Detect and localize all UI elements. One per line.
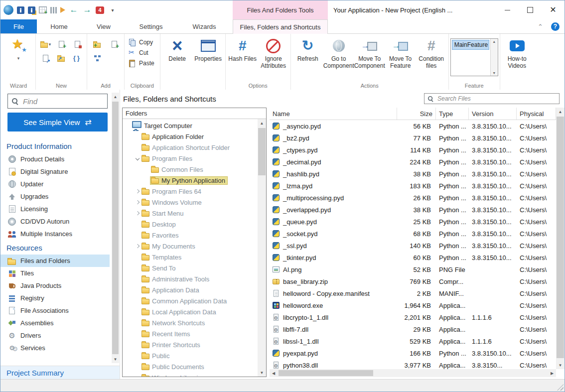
sidebar-item-java-products[interactable]: Java Products bbox=[0, 279, 110, 292]
collapse-ribbon-icon[interactable] bbox=[538, 23, 543, 30]
close-button[interactable]: ✕ bbox=[542, 0, 565, 19]
file-row-tkinter-pyd[interactable]: _tkinter.pyd60 KBPython ...3.8.3150.10..… bbox=[270, 252, 556, 263]
column-header-name[interactable]: Name bbox=[270, 108, 397, 120]
sidebar-item-registry[interactable]: Registry bbox=[0, 292, 110, 304]
file-row-helloword-exe[interactable]: helloword.exe1,964 KBApplica...C:\Users\ bbox=[270, 299, 556, 311]
file-row-socket-pyd[interactable]: _socket.pyd68 KBPython ...3.8.3150.10...… bbox=[270, 228, 556, 240]
tree-item-windows-volume[interactable]: Windows Volume bbox=[123, 197, 258, 208]
tab-files-folders-and-shortcuts[interactable]: Files, Folders and Shortcuts bbox=[233, 19, 328, 34]
search-files-input[interactable] bbox=[436, 95, 557, 103]
tree-item-start-menu[interactable]: Start Menu bbox=[123, 208, 258, 219]
sidebar-item-file-associations[interactable]: File Associations bbox=[0, 304, 110, 317]
sidebar-item-cd-dvd-autorun[interactable]: CD/DVD Autorun bbox=[0, 215, 110, 228]
paste-button[interactable]: Paste bbox=[126, 59, 158, 68]
new-shortcut-button[interactable] bbox=[38, 52, 52, 64]
tree-chevron-icon[interactable] bbox=[134, 210, 141, 217]
notifications-icon[interactable]: 4 bbox=[96, 6, 104, 14]
tree-item-my-documents[interactable]: My Documents bbox=[123, 241, 258, 252]
new-folder-button[interactable]: ▾ bbox=[38, 38, 52, 50]
hash-files-button[interactable]: Hash Files bbox=[227, 35, 258, 63]
tree-item-templates[interactable]: Templates bbox=[123, 252, 258, 262]
delete-button[interactable]: Delete bbox=[162, 35, 193, 63]
scrollbar-thumb[interactable] bbox=[557, 117, 564, 358]
new-file-link-button[interactable] bbox=[54, 52, 68, 64]
help-icon[interactable]: ? bbox=[551, 22, 560, 31]
scroll-up-icon[interactable]: ▲ bbox=[112, 93, 119, 101]
column-header-version[interactable]: Version bbox=[469, 108, 517, 120]
file-row-asyncio-pyd[interactable]: _asyncio.pyd56 KBPython ...3.8.3150.10..… bbox=[270, 120, 556, 132]
file-row-python38-dll[interactable]: python38.dll3,977 KBApplica...3.8.3150..… bbox=[270, 359, 556, 369]
tree-item-public-documents[interactable]: Public Documents bbox=[123, 361, 258, 372]
scrollbar-thumb[interactable] bbox=[279, 370, 373, 376]
tree-item-common-application-data[interactable]: Common Application Data bbox=[123, 295, 258, 306]
tab-file[interactable]: File bbox=[0, 19, 37, 33]
sidebar-item-tiles[interactable]: Tiles bbox=[0, 267, 110, 279]
save-icon[interactable] bbox=[17, 6, 24, 14]
minimize-button[interactable] bbox=[496, 0, 519, 19]
file-row-overlapped-pyd[interactable]: _overlapped.pyd38 KBPython ...3.8.3150.1… bbox=[270, 204, 556, 216]
new-special-file-button[interactable] bbox=[70, 38, 84, 50]
how-to-videos-button[interactable]: How-to Videos bbox=[502, 35, 533, 70]
scroll-down-icon[interactable]: ▼ bbox=[258, 369, 266, 377]
new-file-button[interactable] bbox=[54, 38, 68, 50]
tree-item-network-shortcuts[interactable]: Network Shortcuts bbox=[123, 317, 258, 328]
scroll-left-icon[interactable]: ◀ bbox=[270, 369, 278, 377]
condition-files-button[interactable]: Condition files bbox=[416, 35, 447, 70]
tree-item-my-python-application[interactable]: My Python Application bbox=[123, 175, 258, 186]
new-braces-file-button[interactable] bbox=[70, 52, 84, 64]
scroll-up-icon[interactable]: ▲ bbox=[258, 119, 266, 127]
column-header-size[interactable]: Size bbox=[397, 108, 436, 120]
tab-view[interactable]: View bbox=[81, 19, 126, 33]
resize-grip-icon[interactable] bbox=[557, 384, 564, 391]
tree-item-program-files[interactable]: Program Files bbox=[123, 153, 258, 164]
file-row-helloword-copy-exe-manifest[interactable]: helloword - Copy.exe.manifest2 KBMANIF..… bbox=[270, 287, 556, 299]
sidebar-item-product-details[interactable]: Product Details bbox=[0, 153, 110, 165]
copy-button[interactable]: Copy bbox=[126, 38, 158, 47]
file-row-libssl-1-1-dll[interactable]: libssl-1_1.dll529 KBApplica...1.1.1.6C:\… bbox=[270, 335, 556, 347]
column-header-physical[interactable]: Physical bbox=[517, 108, 556, 120]
sidebar-item-drivers[interactable]: Drivers bbox=[0, 329, 110, 342]
tree-item-common-files[interactable]: Common Files bbox=[123, 164, 258, 175]
file-row-multiprocessing-pyd[interactable]: _multiprocessing.pyd26 KBPython ...3.8.3… bbox=[270, 192, 556, 204]
maximize-button[interactable] bbox=[519, 0, 542, 19]
back-icon[interactable] bbox=[69, 5, 79, 15]
move-to-component-button[interactable]: Move To Component bbox=[354, 35, 385, 70]
sidebar-item-updater[interactable]: Updater bbox=[0, 178, 110, 190]
forward-icon[interactable] bbox=[82, 5, 92, 15]
add-folder-button[interactable] bbox=[90, 38, 104, 50]
tree-chevron-icon[interactable] bbox=[134, 243, 141, 250]
tree-item-recent-items[interactable]: Recent Items bbox=[123, 328, 258, 339]
scroll-down-icon[interactable]: ▼ bbox=[556, 361, 565, 369]
scroll-down-icon[interactable]: ▼ bbox=[492, 70, 496, 76]
file-row-libcrypto-1-1-dll[interactable]: libcrypto-1_1.dll2,201 KBApplica...1.1.1… bbox=[270, 311, 556, 323]
sidebar-item-multiple-instances[interactable]: Multiple Instances bbox=[0, 228, 110, 240]
tree-item-favorites[interactable]: Favorites bbox=[123, 230, 258, 241]
tree-item-desktop[interactable]: Desktop bbox=[123, 219, 258, 230]
scroll-up-icon[interactable]: ▲ bbox=[556, 108, 565, 116]
add-files-button[interactable] bbox=[107, 38, 121, 50]
sidebar-item-assemblies[interactable]: Assemblies bbox=[0, 317, 110, 329]
tree-item-program-files-64[interactable]: Program Files 64 bbox=[123, 186, 258, 197]
tree-item-application-shortcut-folder[interactable]: Application Shortcut Folder bbox=[123, 142, 258, 153]
scroll-up-icon[interactable]: ▲ bbox=[492, 39, 496, 44]
scrollbar-track[interactable] bbox=[258, 127, 266, 369]
tree-item-local-application-data[interactable]: Local Application Data bbox=[123, 306, 258, 317]
scrollbar-thumb[interactable] bbox=[258, 128, 266, 175]
save-edit-icon[interactable] bbox=[28, 6, 35, 14]
column-header-type[interactable]: Type bbox=[436, 108, 469, 120]
sidebar-item-files-and-folders[interactable]: Files and Folders bbox=[0, 255, 110, 267]
feature-item-mainfeature[interactable]: MainFeature bbox=[452, 40, 489, 50]
cut-button[interactable]: Cut bbox=[126, 48, 158, 57]
tree-item-administrative-tools[interactable]: Administrative Tools bbox=[123, 273, 258, 284]
tab-settings[interactable]: Settings bbox=[126, 19, 176, 33]
tree-item-send-to[interactable]: Send To bbox=[123, 262, 258, 273]
tab-wizards[interactable]: Wizards bbox=[176, 19, 233, 33]
tab-home[interactable]: Home bbox=[37, 19, 81, 33]
project-summary-link[interactable]: Project Summary bbox=[0, 366, 120, 379]
refresh-button[interactable]: Refresh bbox=[292, 35, 323, 63]
add-table-icon[interactable] bbox=[39, 6, 47, 13]
ignore-attributes-button[interactable]: Ignore Attributes bbox=[258, 35, 289, 70]
find-input[interactable] bbox=[22, 97, 104, 106]
tree-chevron-icon[interactable] bbox=[134, 155, 141, 162]
scroll-down-icon[interactable]: ▼ bbox=[112, 355, 119, 363]
